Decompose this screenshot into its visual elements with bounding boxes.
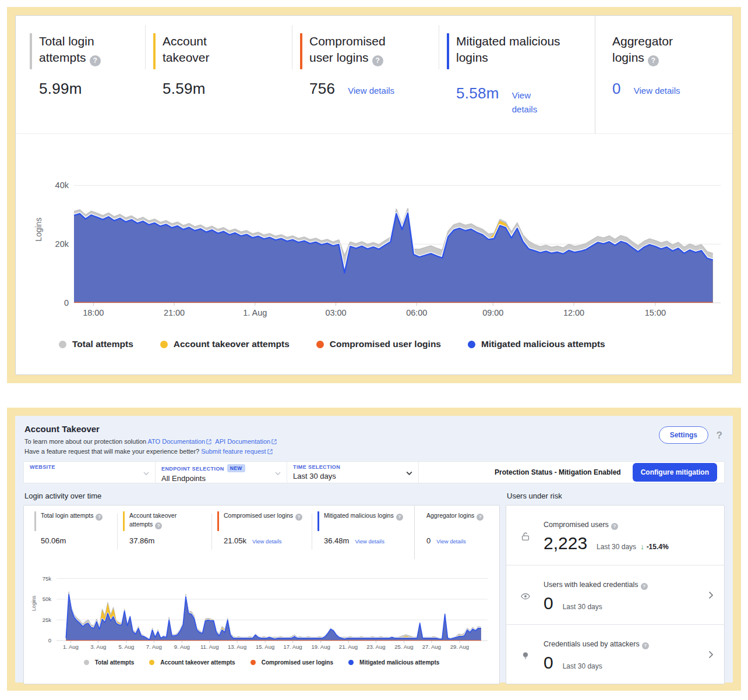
legend-item-account-takeover[interactable]: Account takeover attempts [149, 659, 235, 666]
lightbulb-icon [520, 650, 531, 663]
intro-line-1: To learn more about our protection solut… [24, 438, 725, 446]
svg-text:25. Aug: 25. Aug [394, 644, 413, 650]
login-activity-chart-24h: 020k40kLogins18:0021:001. Aug03:0006:000… [16, 134, 732, 349]
help-icon[interactable]: ? [90, 55, 101, 66]
configure-mitigation-button[interactable]: Configure mitigation [633, 463, 717, 482]
view-details-link[interactable]: View details [252, 538, 282, 545]
accent-bar [420, 511, 422, 531]
risk-period: Last 30 days [597, 543, 636, 551]
intro-line-2: Have a feature request that will make yo… [24, 448, 725, 455]
view-details-link[interactable]: View details [348, 86, 394, 96]
accent-bar [217, 511, 219, 531]
accent-bar [300, 33, 302, 69]
help-icon[interactable]: ? [96, 514, 103, 521]
help-icon[interactable]: ? [648, 55, 659, 66]
svg-text:75k: 75k [43, 575, 52, 582]
risk-row-leaked-credentials[interactable]: Users with leaked credentials? 0 Last 30… [506, 565, 724, 624]
stat-account-takeover: Account takeover 5.59m [145, 16, 292, 133]
legend-dot [250, 660, 256, 665]
stat-title: Mitigated malicious logins [456, 33, 562, 69]
stat-title: Total login attempts? [39, 33, 126, 69]
legend-item-mitigated[interactable]: Mitigated malicious attempts [348, 659, 439, 666]
external-link-icon [271, 439, 277, 446]
api-documentation-link[interactable]: API Documentation [215, 438, 270, 445]
users-under-risk-card: Compromised users? 2,223 Last 30 days ↓ … [506, 505, 725, 684]
svg-text:Logins: Logins [31, 595, 37, 611]
risk-value: 0 [544, 653, 553, 673]
filter-bar: WEBSITE ENDPOINT SELECTIONNEW All Endpoi… [23, 461, 725, 483]
legend-dot [160, 341, 168, 348]
help-icon[interactable]: ? [155, 522, 162, 529]
account-takeover-panel: Account Takeover To learn more about our… [7, 408, 741, 691]
legend-item-compromised[interactable]: Compromised user logins [316, 339, 441, 349]
svg-text:9. Aug: 9. Aug [174, 644, 190, 650]
area-chart-30d[interactable]: 025k50k75kLogins1. Aug3. Aug5. Aug7. Aug… [29, 561, 495, 655]
ato-documentation-link[interactable]: ATO Documentation [148, 438, 206, 445]
risk-period: Last 30 days [563, 662, 602, 670]
svg-text:7. Aug: 7. Aug [146, 644, 162, 650]
stat-aggregator-logins: Aggregator logins? 0 View details [595, 16, 732, 133]
endpoint-select[interactable]: ENDPOINT SELECTIONNEW All Endpoints [156, 462, 287, 483]
time-select[interactable]: TIME SELECTION Last 30 days [287, 462, 419, 483]
view-details-link[interactable]: View details [355, 538, 384, 545]
view-details-link[interactable]: View details [634, 86, 680, 96]
area-chart-24h[interactable]: 020k40kLogins18:0021:001. Aug03:0006:000… [16, 148, 731, 330]
legend-item-total-attempts[interactable]: Total attempts [59, 339, 133, 349]
svg-text:1. Aug: 1. Aug [243, 308, 267, 317]
stat-compromised-user-logins: Compromised user logins? 21.05kView deta… [211, 511, 312, 559]
help-icon[interactable]: ? [295, 514, 302, 521]
stat-mitigated-malicious-logins: Mitigated malicious logins 5.58m View de… [439, 16, 595, 133]
svg-text:Logins: Logins [34, 217, 43, 241]
svg-text:19. Aug: 19. Aug [312, 644, 330, 650]
trend-down-icon: ↓ [640, 542, 644, 551]
help-icon[interactable]: ? [611, 523, 618, 530]
risk-label: Users with leaked credentials? [544, 581, 724, 590]
stats-row: Total login attempts? 5.99m Account take… [16, 16, 732, 133]
legend-item-account-takeover[interactable]: Account takeover attempts [160, 339, 290, 349]
help-icon[interactable]: ? [642, 642, 649, 649]
submit-feature-request-link[interactable]: Submit feature request [201, 448, 266, 455]
legend-dot [468, 341, 475, 348]
overview-panel: Total login attempts? 5.99m Account take… [7, 7, 741, 383]
settings-button[interactable]: Settings [659, 426, 708, 444]
help-icon[interactable]: ? [641, 583, 648, 590]
protection-status: Protection Status - Mitigation Enabled [495, 468, 621, 476]
svg-text:21. Aug: 21. Aug [339, 644, 358, 650]
stat-value: 756 [309, 80, 335, 98]
risk-row-credentials-used-by-attackers[interactable]: Credentials used by attackers? 0 Last 30… [506, 624, 724, 684]
help-icon[interactable]: ? [372, 55, 383, 66]
legend-item-compromised[interactable]: Compromised user logins [250, 659, 333, 666]
chevron-right-icon [708, 591, 714, 602]
chevron-down-icon [275, 467, 281, 478]
svg-text:09:00: 09:00 [482, 308, 503, 317]
svg-text:5. Aug: 5. Aug [118, 644, 134, 650]
risk-period: Last 30 days [563, 603, 602, 611]
help-icon[interactable]: ? [477, 514, 484, 521]
stat-title: Compromised user logins? [309, 33, 410, 69]
legend-dot [316, 341, 324, 348]
legend-item-mitigated[interactable]: Mitigated malicious attempts [468, 339, 605, 349]
stat-compromised-user-logins: Compromised user logins? 756 View detail… [292, 16, 439, 133]
page-title: Account Takeover [24, 424, 725, 434]
accent-bar [447, 33, 449, 69]
accent-bar [317, 511, 319, 531]
svg-text:12:00: 12:00 [563, 308, 584, 317]
risk-value: 0 [544, 593, 553, 613]
panel-help-icon[interactable]: ? [717, 430, 722, 441]
accent-bar [603, 33, 605, 69]
svg-text:40k: 40k [55, 181, 69, 190]
svg-text:25k: 25k [43, 617, 52, 623]
svg-text:29. Aug: 29. Aug [450, 644, 469, 650]
chart-legend: Total attempts Account takeover attempts… [16, 339, 732, 349]
chart-legend: Total attempts Account takeover attempts… [24, 659, 499, 666]
legend-item-total-attempts[interactable]: Total attempts [84, 659, 135, 666]
help-icon[interactable]: ? [396, 514, 403, 521]
stat-value: 0 [612, 80, 621, 98]
svg-text:21:00: 21:00 [164, 308, 185, 317]
external-link-icon [206, 439, 211, 446]
view-details-link[interactable]: View details [512, 89, 547, 116]
risk-row-compromised-users: Compromised users? 2,223 Last 30 days ↓ … [506, 505, 724, 565]
website-select[interactable]: WEBSITE [24, 462, 156, 483]
svg-text:11. Aug: 11. Aug [200, 644, 219, 650]
view-details-link[interactable]: View details [436, 538, 466, 545]
